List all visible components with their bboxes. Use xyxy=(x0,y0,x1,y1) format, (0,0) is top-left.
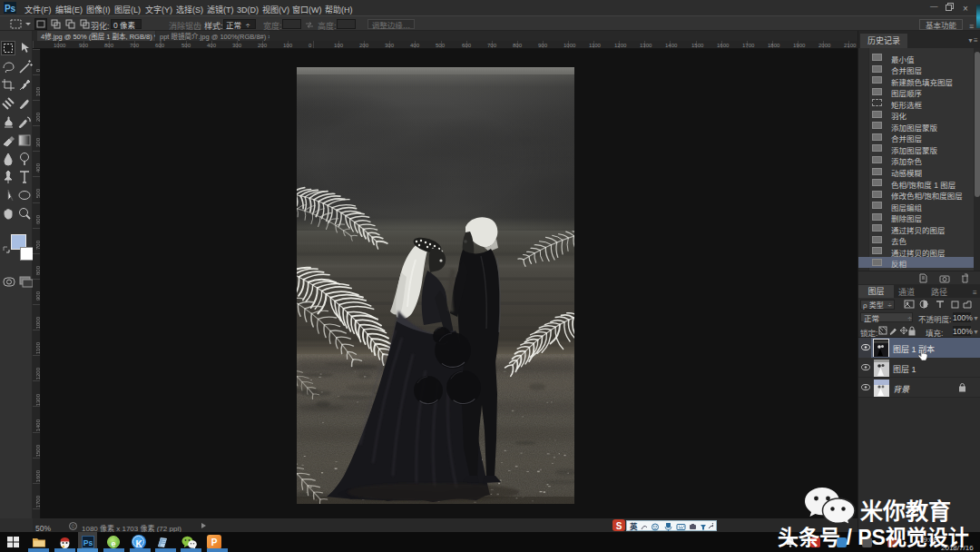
svg-text:©: © xyxy=(71,522,75,530)
